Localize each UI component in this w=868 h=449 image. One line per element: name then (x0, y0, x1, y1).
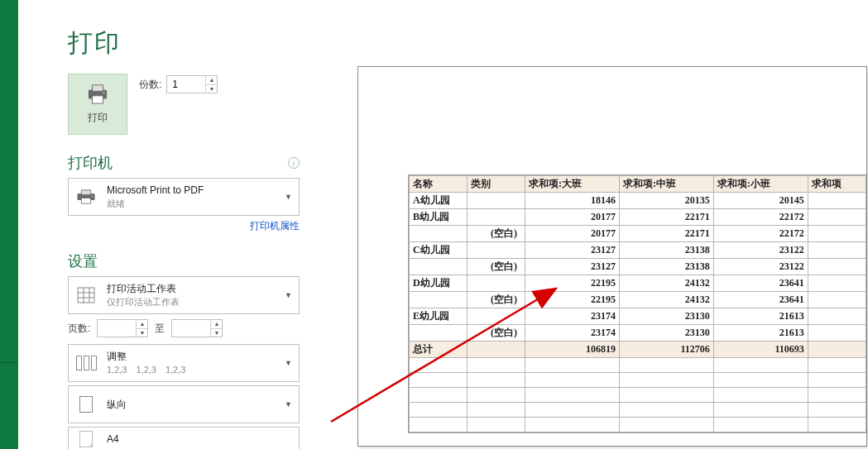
table-cell (619, 373, 713, 388)
down-icon[interactable]: ▼ (211, 329, 222, 337)
printer-icon (85, 84, 110, 107)
pages-label: 页数: (68, 322, 90, 336)
table-cell (468, 209, 525, 226)
table-cell: 23641 (713, 292, 808, 308)
table-cell: 23127 (525, 242, 620, 259)
table-header: 求和项:小班 (713, 176, 808, 193)
table-cell (468, 242, 525, 259)
table-cell: (空白) (468, 226, 525, 242)
collate-dropdown[interactable]: 调整 1,2,3 1,2,3 1,2,3 ▼ (68, 344, 300, 382)
table-cell (619, 358, 713, 373)
table-cell (468, 418, 525, 432)
table-cell (468, 308, 525, 325)
table-row: A幼儿园181462013520145 (410, 193, 866, 209)
table-cell (713, 388, 808, 403)
table-cell: (空白) (468, 292, 525, 308)
table-cell (808, 242, 866, 259)
up-icon[interactable]: ▲ (211, 320, 222, 329)
table-cell: 110693 (713, 342, 808, 358)
table-cell (468, 193, 525, 209)
collate-line2: 1,2,3 1,2,3 1,2,3 (107, 364, 294, 376)
table-cell (410, 403, 468, 418)
copies-down-icon[interactable]: ▼ (206, 85, 217, 93)
table-cell (808, 292, 866, 308)
table-cell: 23130 (619, 325, 713, 342)
table-header: 求和项 (808, 176, 866, 193)
table-cell: E幼儿园 (410, 308, 468, 325)
table-total-row: 总计106819112706110693 (410, 342, 866, 358)
table-cell (713, 403, 808, 418)
settings-section-title: 设置 (68, 251, 98, 271)
table-cell (468, 403, 525, 418)
table-cell: 24132 (619, 275, 713, 292)
table-cell (808, 193, 866, 209)
svg-rect-8 (78, 288, 94, 303)
printer-name: Microsoft Print to PDF (107, 184, 294, 197)
table-row (410, 358, 866, 373)
table-row (410, 373, 866, 388)
table-cell: 23174 (525, 325, 620, 342)
table-cell: 22172 (713, 209, 808, 226)
svg-point-3 (103, 92, 105, 94)
table-cell: 24132 (619, 292, 713, 308)
down-icon[interactable]: ▼ (137, 329, 147, 337)
table-cell (410, 325, 468, 342)
page-from-stepper[interactable]: ▲▼ (97, 319, 148, 337)
info-icon[interactable]: i (288, 157, 300, 169)
table-cell: 23138 (619, 259, 713, 275)
page-to-input[interactable] (172, 320, 210, 337)
copies-up-icon[interactable]: ▲ (206, 76, 217, 85)
table-cell (808, 342, 866, 358)
table-cell (410, 259, 468, 275)
table-cell: A幼儿园 (410, 193, 468, 209)
table-row: D幼儿园221952413223641 (410, 275, 866, 292)
table-header: 求和项:大班 (525, 176, 620, 193)
table-cell (468, 388, 525, 403)
table-cell (525, 403, 620, 418)
page-from-input[interactable] (98, 320, 136, 337)
print-button[interactable]: 打印 (68, 74, 127, 135)
table-cell (808, 325, 866, 342)
table-cell: 22195 (525, 292, 620, 308)
orientation-line1: 纵向 (107, 398, 294, 411)
table-cell (808, 418, 866, 432)
table-cell (525, 373, 620, 388)
table-cell: 23122 (713, 259, 808, 275)
table-cell: (空白) (468, 259, 525, 275)
table-cell (808, 209, 866, 226)
paper-line1: A4 (107, 432, 294, 446)
table-cell (525, 358, 620, 373)
print-scope-line2: 仅打印活动工作表 (107, 296, 294, 308)
table-cell (713, 358, 808, 373)
copies-input[interactable] (167, 76, 205, 93)
table-cell (808, 358, 866, 373)
paper-dropdown[interactable]: A4 (68, 427, 300, 449)
table-cell (619, 388, 713, 403)
up-icon[interactable]: ▲ (137, 320, 147, 329)
table-cell: D幼儿园 (410, 275, 468, 292)
table-cell (410, 226, 468, 242)
table-cell (619, 403, 713, 418)
printer-status: 就绪 (107, 198, 294, 210)
table-cell: 23122 (713, 242, 808, 259)
table-row: E幼儿园231742313021613 (410, 308, 866, 325)
printer-properties-link[interactable]: 打印机属性 (250, 220, 300, 232)
copies-stepper[interactable]: ▲ ▼ (166, 75, 218, 93)
table-row: B幼儿园201772217122172 (410, 209, 866, 226)
copies-label: 份数: (139, 78, 161, 92)
table-cell (410, 373, 468, 388)
svg-rect-2 (93, 96, 103, 103)
printer-dropdown[interactable]: Microsoft Print to PDF 就绪 ▼ (68, 178, 300, 216)
table-cell (410, 358, 468, 373)
table-cell (808, 259, 866, 275)
table-row: C幼儿园231272313823122 (410, 242, 866, 259)
table-cell (468, 358, 525, 373)
page-to-stepper[interactable]: ▲▼ (171, 319, 223, 337)
table-cell (713, 418, 808, 432)
table-cell: 21613 (713, 308, 808, 325)
printer-section-title: 打印机 (68, 153, 113, 173)
table-cell (410, 418, 468, 432)
orientation-dropdown[interactable]: 纵向 ▼ (68, 385, 300, 423)
table-header: 名称 (410, 176, 468, 193)
print-scope-dropdown[interactable]: 打印活动工作表 仅打印活动工作表 ▼ (68, 276, 300, 314)
